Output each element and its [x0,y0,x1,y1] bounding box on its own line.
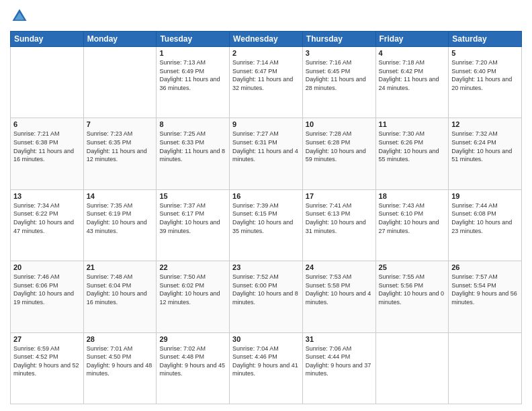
table-row [83,47,157,118]
table-row: 18Sunrise: 7:43 AM Sunset: 6:10 PM Dayli… [375,189,449,261]
calendar-week-row: 1Sunrise: 7:13 AM Sunset: 6:49 PM Daylig… [11,47,522,118]
day-info: Sunrise: 7:44 AM Sunset: 6:08 PM Dayligh… [451,201,519,235]
page: Sunday Monday Tuesday Wednesday Thursday… [0,0,532,411]
table-row: 11Sunrise: 7:30 AM Sunset: 6:26 PM Dayli… [375,118,449,189]
day-number: 21 [87,263,154,271]
day-number: 18 [379,192,446,200]
day-info: Sunrise: 7:02 AM Sunset: 4:48 PM Dayligh… [159,345,226,378]
day-number: 28 [87,335,154,343]
day-info: Sunrise: 7:41 AM Sunset: 6:13 PM Dayligh… [306,201,373,235]
day-info: Sunrise: 7:55 AM Sunset: 5:56 PM Dayligh… [379,273,446,306]
table-row: 5Sunrise: 7:20 AM Sunset: 6:40 PM Daylig… [449,47,522,118]
day-number: 31 [306,335,373,343]
day-info: Sunrise: 7:16 AM Sunset: 6:45 PM Dayligh… [306,58,373,92]
table-row: 17Sunrise: 7:41 AM Sunset: 6:13 PM Dayli… [302,189,375,261]
day-number: 16 [232,192,300,200]
table-row: 14Sunrise: 7:35 AM Sunset: 6:19 PM Dayli… [83,189,157,261]
day-info: Sunrise: 7:39 AM Sunset: 6:15 PM Dayligh… [232,201,300,235]
day-number: 27 [13,335,81,343]
col-saturday: Saturday [449,32,522,47]
day-number: 30 [232,335,300,343]
table-row: 8Sunrise: 7:25 AM Sunset: 6:33 PM Daylig… [157,118,230,189]
day-number: 9 [232,120,300,128]
calendar-week-row: 20Sunrise: 7:46 AM Sunset: 6:06 PM Dayli… [11,261,522,332]
table-row: 1Sunrise: 7:13 AM Sunset: 6:49 PM Daylig… [157,47,230,118]
table-row: 25Sunrise: 7:55 AM Sunset: 5:56 PM Dayli… [375,261,449,332]
header [10,7,522,26]
calendar-week-row: 13Sunrise: 7:34 AM Sunset: 6:22 PM Dayli… [11,189,522,261]
col-wednesday: Wednesday [230,32,303,47]
day-number: 11 [379,120,446,128]
table-row: 4Sunrise: 7:18 AM Sunset: 6:42 PM Daylig… [375,47,449,118]
day-number: 17 [306,192,373,200]
table-row [11,47,84,118]
table-row: 31Sunrise: 7:06 AM Sunset: 4:44 PM Dayli… [302,332,375,404]
day-info: Sunrise: 7:13 AM Sunset: 6:49 PM Dayligh… [159,58,226,92]
day-number: 8 [159,120,226,128]
table-row: 20Sunrise: 7:46 AM Sunset: 6:06 PM Dayli… [11,261,84,332]
day-info: Sunrise: 7:35 AM Sunset: 6:19 PM Dayligh… [87,201,154,235]
table-row [375,332,449,404]
table-row: 6Sunrise: 7:21 AM Sunset: 6:38 PM Daylig… [11,118,84,189]
day-info: Sunrise: 7:50 AM Sunset: 6:02 PM Dayligh… [159,273,226,306]
day-info: Sunrise: 7:27 AM Sunset: 6:31 PM Dayligh… [232,130,300,163]
day-number: 3 [306,49,373,57]
day-number: 26 [451,263,519,271]
day-info: Sunrise: 7:23 AM Sunset: 6:35 PM Dayligh… [87,130,154,163]
day-info: Sunrise: 7:48 AM Sunset: 6:04 PM Dayligh… [87,273,154,306]
day-info: Sunrise: 7:46 AM Sunset: 6:06 PM Dayligh… [13,273,81,306]
day-info: Sunrise: 7:18 AM Sunset: 6:42 PM Dayligh… [379,58,446,92]
col-monday: Monday [83,32,157,47]
day-info: Sunrise: 7:01 AM Sunset: 4:50 PM Dayligh… [87,345,154,378]
day-info: Sunrise: 7:57 AM Sunset: 5:54 PM Dayligh… [451,273,519,306]
day-number: 10 [306,120,373,128]
day-number: 22 [159,263,226,271]
day-info: Sunrise: 7:06 AM Sunset: 4:44 PM Dayligh… [306,345,373,378]
day-info: Sunrise: 7:28 AM Sunset: 6:28 PM Dayligh… [306,130,373,163]
calendar-header-row: Sunday Monday Tuesday Wednesday Thursday… [11,32,522,47]
table-row: 2Sunrise: 7:14 AM Sunset: 6:47 PM Daylig… [230,47,303,118]
day-number: 6 [13,120,81,128]
day-info: Sunrise: 7:52 AM Sunset: 6:00 PM Dayligh… [232,273,300,306]
day-number: 24 [306,263,373,271]
day-info: Sunrise: 7:14 AM Sunset: 6:47 PM Dayligh… [232,58,300,92]
table-row: 7Sunrise: 7:23 AM Sunset: 6:35 PM Daylig… [83,118,157,189]
day-number: 19 [451,192,519,200]
day-number: 5 [451,49,519,57]
table-row: 22Sunrise: 7:50 AM Sunset: 6:02 PM Dayli… [157,261,230,332]
table-row: 23Sunrise: 7:52 AM Sunset: 6:00 PM Dayli… [230,261,303,332]
table-row: 13Sunrise: 7:34 AM Sunset: 6:22 PM Dayli… [11,189,84,261]
table-row: 26Sunrise: 7:57 AM Sunset: 5:54 PM Dayli… [449,261,522,332]
table-row: 30Sunrise: 7:04 AM Sunset: 4:46 PM Dayli… [230,332,303,404]
calendar-week-row: 27Sunrise: 6:59 AM Sunset: 4:52 PM Dayli… [11,332,522,404]
day-number: 23 [232,263,300,271]
day-info: Sunrise: 7:32 AM Sunset: 6:24 PM Dayligh… [451,130,519,163]
table-row [449,332,522,404]
table-row: 24Sunrise: 7:53 AM Sunset: 5:58 PM Dayli… [302,261,375,332]
table-row: 3Sunrise: 7:16 AM Sunset: 6:45 PM Daylig… [302,47,375,118]
day-number: 7 [87,120,154,128]
day-number: 2 [232,49,300,57]
table-row: 28Sunrise: 7:01 AM Sunset: 4:50 PM Dayli… [83,332,157,404]
day-info: Sunrise: 7:53 AM Sunset: 5:58 PM Dayligh… [306,273,373,306]
day-info: Sunrise: 7:30 AM Sunset: 6:26 PM Dayligh… [379,130,446,163]
day-info: Sunrise: 6:59 AM Sunset: 4:52 PM Dayligh… [13,345,81,378]
calendar-week-row: 6Sunrise: 7:21 AM Sunset: 6:38 PM Daylig… [11,118,522,189]
col-sunday: Sunday [11,32,84,47]
day-number: 14 [87,192,154,200]
table-row: 27Sunrise: 6:59 AM Sunset: 4:52 PM Dayli… [11,332,84,404]
table-row: 29Sunrise: 7:02 AM Sunset: 4:48 PM Dayli… [157,332,230,404]
table-row: 12Sunrise: 7:32 AM Sunset: 6:24 PM Dayli… [449,118,522,189]
day-info: Sunrise: 7:20 AM Sunset: 6:40 PM Dayligh… [451,58,519,92]
day-number: 13 [13,192,81,200]
table-row: 15Sunrise: 7:37 AM Sunset: 6:17 PM Dayli… [157,189,230,261]
col-friday: Friday [375,32,449,47]
day-number: 29 [159,335,226,343]
day-number: 4 [379,49,446,57]
day-number: 15 [159,192,226,200]
day-info: Sunrise: 7:34 AM Sunset: 6:22 PM Dayligh… [13,201,81,235]
day-number: 1 [159,49,226,57]
table-row: 16Sunrise: 7:39 AM Sunset: 6:15 PM Dayli… [230,189,303,261]
logo [10,7,32,26]
day-info: Sunrise: 7:25 AM Sunset: 6:33 PM Dayligh… [159,130,226,163]
